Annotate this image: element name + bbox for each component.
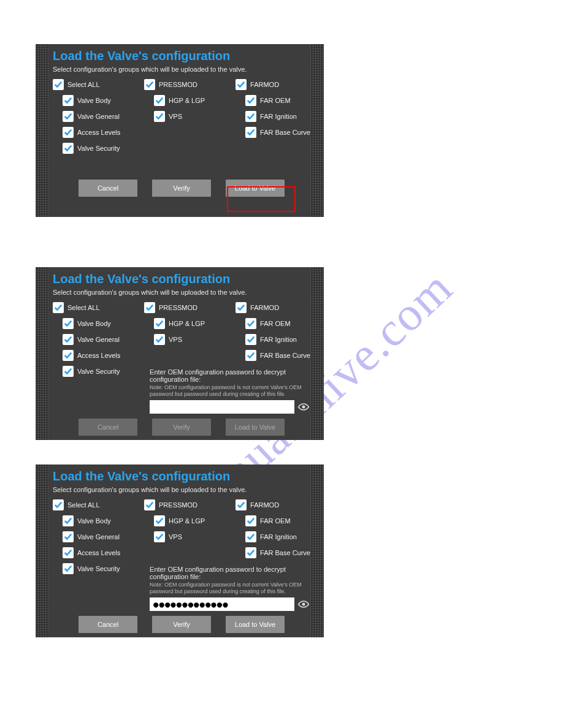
label: VPS xyxy=(169,336,182,343)
checkbox-valve-general[interactable]: Valve General xyxy=(53,334,132,345)
checkbox-far-ignition[interactable]: FAR Ignition xyxy=(236,531,310,542)
checkbox-valve-body[interactable]: Valve Body xyxy=(53,318,132,329)
checkbox-far-base-curve[interactable]: FAR Base Curve xyxy=(236,547,310,558)
label: Valve Body xyxy=(77,97,111,104)
label: Valve Body xyxy=(77,517,111,525)
label: FAR Ignition xyxy=(260,336,297,343)
password-note: Note: OEM configuration password is not … xyxy=(150,384,310,398)
checkbox-hgp-lgp[interactable]: HGP & LGP xyxy=(144,95,223,106)
check-icon xyxy=(63,127,74,138)
cancel-button[interactable]: Cancel xyxy=(79,180,137,197)
panel2-subtitle: Select configuration's groups which will… xyxy=(53,289,310,296)
checkbox-far-oem[interactable]: FAR OEM xyxy=(236,318,310,329)
label: Access Levels xyxy=(77,549,120,556)
checkbox-far-ignition[interactable]: FAR Ignition xyxy=(236,334,310,345)
checkbox-valve-body[interactable]: Valve Body xyxy=(53,95,132,106)
check-icon xyxy=(63,318,74,329)
checkbox-vps[interactable]: VPS xyxy=(144,111,223,122)
checkbox-valve-security[interactable]: Valve Security xyxy=(53,143,132,154)
check-icon xyxy=(63,350,74,361)
check-icon xyxy=(63,111,74,122)
check-icon xyxy=(245,547,256,558)
svg-point-1 xyxy=(302,602,305,605)
check-icon xyxy=(63,143,74,154)
check-icon xyxy=(245,531,256,542)
checkbox-select-all[interactable]: Select ALL xyxy=(53,302,132,313)
password-input[interactable] xyxy=(150,400,294,414)
checkbox-vps[interactable]: VPS xyxy=(144,531,223,542)
label: FAR Base Curve xyxy=(260,549,310,556)
check-icon xyxy=(245,350,256,361)
checkbox-valve-security[interactable]: Valve Security xyxy=(53,366,132,377)
checkbox-hgp-lgp[interactable]: HGP & LGP xyxy=(144,515,223,526)
checkbox-valve-body[interactable]: Valve Body xyxy=(53,515,132,526)
panel1-title: Load the Valve's configuration xyxy=(53,49,310,63)
eye-icon[interactable] xyxy=(297,597,310,611)
checkbox-pressmod[interactable]: PRESSMOD xyxy=(144,499,223,510)
check-icon xyxy=(63,531,74,542)
label: VPS xyxy=(169,113,182,120)
load-to-valve-button[interactable]: Load to Valve xyxy=(226,419,285,436)
password-prompt: Enter OEM configuration password to decr… xyxy=(150,566,310,580)
checkbox-access-levels[interactable]: Access Levels xyxy=(53,350,132,361)
checkbox-valve-general[interactable]: Valve General xyxy=(53,111,132,122)
label: PRESSMOD xyxy=(159,81,197,88)
label: FARMOD xyxy=(250,81,279,88)
password-input[interactable]: ●●●●●●●●●●●●● xyxy=(150,597,294,611)
checkbox-access-levels[interactable]: Access Levels xyxy=(53,127,132,138)
check-icon xyxy=(63,334,74,345)
eye-icon[interactable] xyxy=(297,400,310,414)
checkbox-hgp-lgp[interactable]: HGP & LGP xyxy=(144,318,223,329)
checkbox-valve-general[interactable]: Valve General xyxy=(53,531,132,542)
check-icon xyxy=(154,95,165,106)
panel1-subtitle: Select configuration's groups which will… xyxy=(53,66,310,73)
cancel-button[interactable]: Cancel xyxy=(79,419,137,436)
checkbox-select-all[interactable]: Select ALL xyxy=(53,499,132,510)
verify-button[interactable]: Verify xyxy=(152,616,211,633)
checkbox-farmod[interactable]: FARMOD xyxy=(236,302,310,313)
label: Access Levels xyxy=(77,129,120,136)
label: FAR Ignition xyxy=(260,533,297,540)
verify-button[interactable]: Verify xyxy=(152,180,211,197)
label: Valve Security xyxy=(77,145,120,152)
label: FAR OEM xyxy=(260,320,291,327)
check-icon xyxy=(245,95,256,106)
label: Valve General xyxy=(77,533,120,540)
label: Access Levels xyxy=(77,352,120,359)
check-icon xyxy=(236,302,247,313)
checkbox-select-all[interactable]: Select ALL xyxy=(53,79,132,90)
checkbox-farmod[interactable]: FARMOD xyxy=(236,79,310,90)
checkbox-valve-security[interactable]: Valve Security xyxy=(53,563,132,574)
label: Valve General xyxy=(77,113,120,120)
verify-button[interactable]: Verify xyxy=(152,419,211,436)
load-to-valve-button[interactable]: Load to Valve xyxy=(226,180,285,197)
password-note: Note: OEM configuration password is not … xyxy=(150,582,310,595)
cancel-button[interactable]: Cancel xyxy=(79,616,137,633)
password-prompt: Enter OEM configuration password to decr… xyxy=(150,368,310,383)
label: FARMOD xyxy=(250,501,279,509)
load-to-valve-button[interactable]: Load to Valve xyxy=(226,616,285,633)
check-icon xyxy=(154,334,165,345)
check-icon xyxy=(154,515,165,526)
checkbox-far-ignition[interactable]: FAR Ignition xyxy=(236,111,310,122)
label: Valve Security xyxy=(77,368,120,375)
checkbox-pressmod[interactable]: PRESSMOD xyxy=(144,302,223,313)
label: HGP & LGP xyxy=(169,517,205,525)
checkbox-far-oem[interactable]: FAR OEM xyxy=(236,95,310,106)
label: FAR Base Curve xyxy=(260,129,310,136)
checkbox-far-base-curve[interactable]: FAR Base Curve xyxy=(236,350,310,361)
checkbox-farmod[interactable]: FARMOD xyxy=(236,499,310,510)
checkbox-far-oem[interactable]: FAR OEM xyxy=(236,515,310,526)
label: PRESSMOD xyxy=(159,501,197,509)
label: Select ALL xyxy=(67,501,100,509)
check-icon xyxy=(154,318,165,329)
checkbox-access-levels[interactable]: Access Levels xyxy=(53,547,132,558)
check-icon xyxy=(63,95,74,106)
label: FARMOD xyxy=(250,304,279,311)
label: Valve Security xyxy=(77,565,120,572)
check-icon xyxy=(63,366,74,377)
checkbox-pressmod[interactable]: PRESSMOD xyxy=(144,79,223,90)
checkbox-vps[interactable]: VPS xyxy=(144,334,223,345)
checkbox-far-base-curve[interactable]: FAR Base Curve xyxy=(236,127,310,138)
panel3-title: Load the Valve's configuration xyxy=(53,469,310,483)
